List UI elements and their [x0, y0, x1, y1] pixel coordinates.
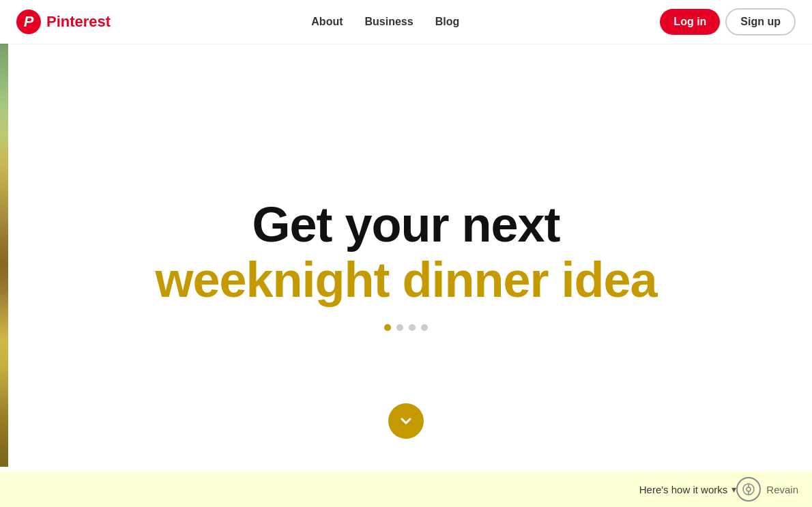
- navbar-actions: Log in Sign up: [660, 8, 796, 35]
- hero-text: Get your next weeknight dinner idea: [155, 198, 656, 332]
- left-col-gradient: [0, 44, 8, 467]
- nav-business[interactable]: Business: [357, 10, 422, 33]
- navbar: P Pinterest About Business Blog Log in S…: [0, 0, 812, 44]
- logo-link[interactable]: P Pinterest: [16, 10, 111, 34]
- how-it-works-chevron-icon: ▾: [731, 484, 736, 495]
- revain-badge: Revain: [736, 477, 798, 502]
- signup-button[interactable]: Sign up: [725, 8, 796, 35]
- how-it-works-link[interactable]: Here's how it works ▾: [639, 484, 737, 495]
- nav-links: About Business Blog: [303, 10, 467, 33]
- bottom-bar: Here's how it works ▾ Revain: [0, 472, 812, 507]
- left-image-strip: [0, 44, 8, 467]
- pinterest-wordmark: Pinterest: [46, 13, 111, 31]
- login-button[interactable]: Log in: [660, 9, 720, 35]
- dot-3[interactable]: [409, 324, 416, 331]
- nav-about[interactable]: About: [303, 10, 351, 33]
- dot-4[interactable]: [421, 324, 428, 331]
- nav-blog[interactable]: Blog: [427, 10, 468, 33]
- hero-section: Get your next weeknight dinner idea Here…: [0, 0, 812, 507]
- dot-2[interactable]: [396, 324, 403, 331]
- revain-label: Revain: [766, 484, 798, 495]
- chevron-down-icon: [398, 413, 414, 429]
- svg-point-1: [746, 487, 751, 491]
- scroll-down-button[interactable]: [388, 403, 424, 439]
- hero-headline-line2: weeknight dinner idea: [155, 252, 656, 308]
- revain-icon: [736, 477, 761, 502]
- how-it-works-label: Here's how it works: [639, 484, 728, 495]
- hero-headline-line1: Get your next: [155, 198, 656, 252]
- revain-logo-icon: [742, 482, 755, 496]
- dot-1[interactable]: [384, 324, 391, 331]
- slideshow-dots: [155, 324, 656, 331]
- pinterest-p-icon: P: [16, 10, 41, 34]
